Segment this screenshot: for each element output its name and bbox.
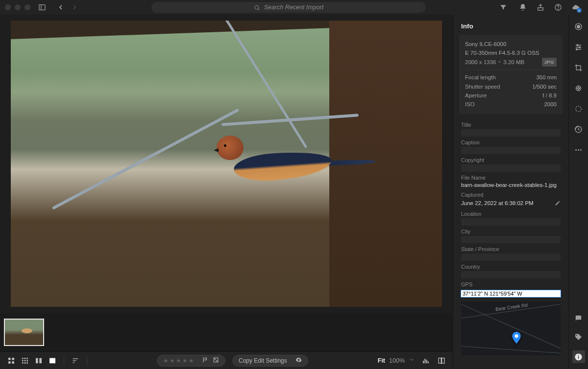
star-icon[interactable]: ★ — [189, 357, 194, 364]
grid-view-icon[interactable] — [7, 357, 16, 364]
svg-rect-17 — [22, 362, 24, 364]
share-icon[interactable] — [536, 3, 545, 12]
caption-label: Caption — [461, 139, 561, 145]
star-icon[interactable]: ★ — [170, 357, 175, 364]
svg-rect-9 — [8, 361, 11, 364]
svg-rect-31 — [428, 361, 429, 363]
detail-view-icon[interactable] — [48, 357, 57, 364]
cloud-sync-icon[interactable]: c — [571, 3, 580, 12]
sliders-icon[interactable] — [574, 42, 584, 52]
svg-point-35 — [515, 334, 518, 338]
versions-icon[interactable] — [574, 124, 584, 134]
info-icon[interactable] — [572, 350, 585, 363]
copyright-label: Copyright — [461, 157, 561, 163]
search-icon — [254, 4, 260, 11]
svg-rect-8 — [12, 358, 14, 360]
search-input[interactable]: Search Recent Import — [151, 2, 426, 13]
notifications-icon[interactable] — [518, 3, 527, 12]
close-window[interactable] — [5, 4, 11, 10]
zoom-window[interactable] — [24, 4, 30, 10]
svg-rect-22 — [49, 358, 55, 363]
copy-edit-settings-button[interactable]: Copy Edit Settings — [232, 355, 308, 367]
sort-icon[interactable] — [71, 357, 80, 364]
comments-icon[interactable] — [574, 313, 584, 323]
original-view-icon[interactable] — [437, 357, 446, 364]
compare-view-icon[interactable] — [34, 357, 43, 364]
svg-point-54 — [576, 334, 577, 335]
svg-rect-19 — [26, 362, 28, 364]
camera-model: Sony ILCE-6000 — [465, 40, 557, 48]
filmstrip[interactable] — [0, 313, 453, 351]
map-pin-icon — [511, 332, 522, 346]
title-label: Title — [461, 122, 561, 128]
country-label: Country — [461, 264, 561, 270]
main-photo[interactable] — [11, 21, 442, 307]
svg-point-49 — [576, 106, 581, 111]
toggle-sidebar-icon[interactable] — [37, 2, 47, 12]
star-icon[interactable]: ★ — [182, 357, 188, 364]
svg-point-48 — [578, 89, 579, 89]
help-icon[interactable] — [554, 3, 563, 12]
location-input[interactable] — [461, 218, 561, 226]
rating-pill[interactable]: ★ ★ ★ ★ ★ — [157, 355, 225, 367]
svg-point-39 — [577, 44, 578, 46]
captured-label: Captured — [461, 192, 561, 198]
flag-reject-icon[interactable] — [213, 357, 219, 365]
histogram-icon[interactable] — [421, 357, 430, 364]
forward-button[interactable] — [71, 3, 78, 11]
star-icon[interactable]: ★ — [176, 357, 181, 364]
keywords-icon[interactable] — [574, 332, 584, 342]
star-rating[interactable]: ★ ★ ★ ★ ★ — [163, 357, 194, 364]
location-label: Location — [461, 211, 561, 217]
svg-rect-16 — [26, 360, 28, 361]
gps-input[interactable] — [461, 290, 561, 297]
pencil-icon[interactable] — [555, 199, 561, 208]
mask-icon[interactable] — [574, 104, 584, 114]
viewer: ★ ★ ★ ★ ★ Copy Edit Settings Fit 100% — [0, 15, 453, 369]
svg-line-3 — [258, 8, 259, 9]
minimize-window[interactable] — [15, 4, 21, 10]
title-input[interactable] — [461, 129, 561, 137]
star-icon[interactable]: ★ — [163, 357, 169, 364]
focal-length-value: 350 mm — [536, 73, 557, 82]
caption-input[interactable] — [461, 147, 561, 154]
country-input[interactable] — [461, 271, 561, 278]
zoom-control[interactable]: Fit 100% — [378, 357, 415, 364]
back-button[interactable] — [57, 3, 65, 11]
svg-point-6 — [558, 9, 559, 9]
city-input[interactable] — [461, 236, 561, 243]
city-label: City — [461, 229, 561, 234]
edit-icon[interactable] — [574, 22, 584, 31]
svg-point-46 — [579, 88, 580, 88]
crop-icon[interactable] — [574, 63, 584, 72]
svg-point-52 — [578, 149, 579, 151]
svg-point-47 — [578, 87, 579, 87]
more-icon[interactable] — [574, 145, 584, 155]
format-badge: JPG — [542, 58, 557, 66]
tool-strip — [568, 15, 588, 369]
state-input[interactable] — [461, 254, 561, 261]
lens-model: E 70-350mm F4.5-6.3 G OSS — [465, 48, 557, 57]
thumbnail[interactable] — [4, 319, 44, 346]
svg-rect-20 — [36, 358, 38, 363]
svg-rect-28 — [423, 361, 424, 363]
svg-rect-33 — [442, 358, 444, 363]
small-grid-view-icon[interactable] — [21, 357, 29, 364]
svg-rect-32 — [439, 358, 441, 363]
healing-icon[interactable] — [574, 83, 584, 93]
svg-rect-11 — [22, 358, 24, 359]
file-size: 3.20 MB — [503, 58, 524, 67]
gear-icon[interactable] — [295, 357, 302, 365]
copyright-input[interactable] — [461, 164, 561, 172]
svg-rect-18 — [24, 362, 26, 364]
svg-rect-44 — [575, 85, 582, 92]
filter-icon[interactable] — [499, 3, 508, 12]
filename-label: File Name — [461, 175, 561, 181]
svg-point-57 — [578, 355, 579, 356]
svg-rect-15 — [24, 360, 26, 361]
nav-arrows — [57, 3, 78, 11]
svg-point-43 — [576, 48, 578, 50]
focal-length-label: Focal length — [465, 73, 496, 82]
flag-pick-icon[interactable] — [202, 357, 209, 365]
map-preview[interactable]: Bear Creek Rd — [461, 301, 561, 355]
